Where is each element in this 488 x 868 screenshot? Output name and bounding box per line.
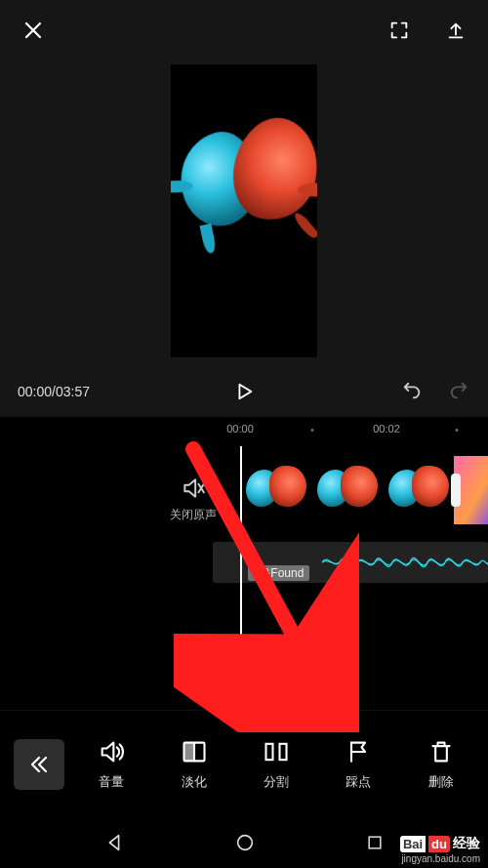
preview-area bbox=[0, 61, 488, 383]
clip-edge-handle[interactable] bbox=[451, 474, 461, 507]
watermark: Baidu 经验 jingyan.baidu.com bbox=[400, 835, 480, 864]
watermark-brand1: Bai bbox=[400, 836, 426, 852]
tool-label: 音量 bbox=[99, 773, 124, 791]
triangle-back-icon bbox=[103, 832, 125, 853]
video-thumb bbox=[240, 456, 311, 524]
total-time: 03:57 bbox=[56, 384, 90, 399]
redo-button[interactable] bbox=[447, 381, 470, 402]
bottom-toolbar: 音量 淡化 分割 踩点 删除 bbox=[0, 710, 488, 817]
flag-icon bbox=[344, 738, 373, 765]
watermark-brand2: du bbox=[428, 836, 450, 852]
svg-rect-4 bbox=[369, 837, 381, 848]
watermark-text: 经验 bbox=[453, 835, 480, 852]
svg-rect-2 bbox=[279, 743, 286, 759]
chevron-double-left-icon bbox=[27, 753, 51, 776]
expand-icon bbox=[388, 20, 410, 41]
tool-volume[interactable]: 音量 bbox=[97, 738, 126, 791]
mute-label: 关闭原声 bbox=[170, 507, 217, 523]
tool-label: 踩点 bbox=[346, 773, 371, 791]
split-icon bbox=[262, 738, 291, 765]
ruler-dot bbox=[456, 429, 459, 432]
ruler-mark: 00:02 bbox=[373, 423, 400, 434]
timecode: 00:00/03:57 bbox=[18, 384, 90, 399]
tool-label: 淡化 bbox=[182, 773, 207, 791]
tool-label: 分割 bbox=[264, 773, 289, 791]
fade-icon bbox=[180, 738, 209, 765]
mute-original-audio[interactable]: 关闭原声 bbox=[170, 475, 217, 523]
play-button[interactable] bbox=[233, 380, 255, 403]
top-bar bbox=[0, 0, 488, 61]
play-icon bbox=[233, 380, 255, 403]
close-icon bbox=[21, 19, 45, 42]
video-thumb bbox=[383, 456, 454, 524]
tool-label: 删除 bbox=[428, 773, 454, 791]
collapse-toolbar-button[interactable] bbox=[14, 739, 64, 790]
undo-button[interactable] bbox=[400, 381, 424, 402]
audio-clip-name: st&Found bbox=[248, 565, 309, 581]
time-ruler: 00:00 00:02 bbox=[0, 423, 488, 442]
watermark-url: jingyan.baidu.com bbox=[400, 853, 480, 864]
nav-recent[interactable] bbox=[365, 833, 385, 852]
nav-home[interactable] bbox=[234, 832, 256, 853]
export-button[interactable] bbox=[445, 19, 467, 42]
tool-beat[interactable]: 踩点 bbox=[344, 738, 373, 791]
video-thumb bbox=[311, 456, 383, 524]
trash-icon bbox=[427, 738, 456, 765]
circle-home-icon bbox=[234, 832, 256, 853]
square-recent-icon bbox=[365, 833, 385, 852]
upload-icon bbox=[445, 19, 467, 42]
transport-bar: 00:00/03:57 bbox=[0, 366, 488, 417]
fullscreen-button[interactable] bbox=[388, 19, 410, 42]
ruler-mark: 00:00 bbox=[226, 423, 254, 434]
nav-back[interactable] bbox=[103, 832, 125, 853]
ruler-dot bbox=[311, 429, 314, 432]
mute-icon bbox=[181, 475, 206, 501]
undo-icon bbox=[400, 381, 424, 402]
tool-delete[interactable]: 删除 bbox=[427, 738, 456, 791]
preview-canvas[interactable] bbox=[171, 64, 317, 357]
tool-fade[interactable]: 淡化 bbox=[180, 738, 209, 791]
svg-point-3 bbox=[238, 836, 253, 850]
volume-icon bbox=[97, 738, 126, 765]
video-track[interactable] bbox=[240, 456, 488, 524]
tool-split[interactable]: 分割 bbox=[262, 738, 291, 791]
svg-rect-1 bbox=[265, 743, 272, 759]
redo-icon bbox=[447, 381, 470, 402]
audio-track[interactable]: st&Found bbox=[213, 542, 488, 583]
timeline[interactable]: 00:00 00:02 关闭原声 st&Found bbox=[0, 417, 488, 710]
playhead[interactable] bbox=[240, 446, 242, 710]
close-button[interactable] bbox=[21, 19, 45, 42]
current-time: 00:00 bbox=[18, 384, 52, 399]
waveform bbox=[322, 546, 488, 579]
